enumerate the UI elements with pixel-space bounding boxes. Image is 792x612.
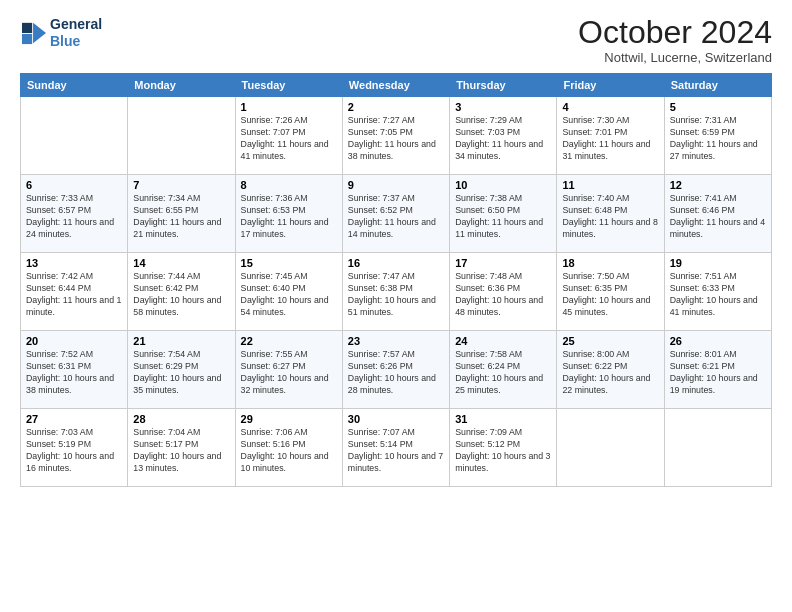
- calendar-cell: 24Sunrise: 7:58 AMSunset: 6:24 PMDayligh…: [450, 331, 557, 409]
- day-info: Sunrise: 7:57 AMSunset: 6:26 PMDaylight:…: [348, 349, 444, 397]
- calendar-cell: 21Sunrise: 7:54 AMSunset: 6:29 PMDayligh…: [128, 331, 235, 409]
- calendar-cell: 20Sunrise: 7:52 AMSunset: 6:31 PMDayligh…: [21, 331, 128, 409]
- day-number: 27: [26, 413, 122, 425]
- logo-icon: [20, 21, 48, 45]
- page: General Blue October 2024 Nottwil, Lucer…: [0, 0, 792, 612]
- svg-marker-2: [33, 23, 46, 43]
- day-number: 2: [348, 101, 444, 113]
- calendar-cell: 25Sunrise: 8:00 AMSunset: 6:22 PMDayligh…: [557, 331, 664, 409]
- day-number: 4: [562, 101, 658, 113]
- col-sunday: Sunday: [21, 74, 128, 97]
- logo-line2: Blue: [50, 33, 102, 50]
- calendar-cell: 28Sunrise: 7:04 AMSunset: 5:17 PMDayligh…: [128, 409, 235, 487]
- day-info: Sunrise: 7:55 AMSunset: 6:27 PMDaylight:…: [241, 349, 337, 397]
- day-info: Sunrise: 7:52 AMSunset: 6:31 PMDaylight:…: [26, 349, 122, 397]
- calendar-cell: 13Sunrise: 7:42 AMSunset: 6:44 PMDayligh…: [21, 253, 128, 331]
- calendar-week-2: 6Sunrise: 7:33 AMSunset: 6:57 PMDaylight…: [21, 175, 772, 253]
- logo: General Blue: [20, 16, 102, 50]
- day-info: Sunrise: 7:29 AMSunset: 7:03 PMDaylight:…: [455, 115, 551, 163]
- calendar-cell: 16Sunrise: 7:47 AMSunset: 6:38 PMDayligh…: [342, 253, 449, 331]
- calendar-cell: 2Sunrise: 7:27 AMSunset: 7:05 PMDaylight…: [342, 97, 449, 175]
- day-number: 23: [348, 335, 444, 347]
- calendar-week-1: 1Sunrise: 7:26 AMSunset: 7:07 PMDaylight…: [21, 97, 772, 175]
- day-number: 25: [562, 335, 658, 347]
- day-number: 8: [241, 179, 337, 191]
- day-number: 6: [26, 179, 122, 191]
- calendar-header-row: Sunday Monday Tuesday Wednesday Thursday…: [21, 74, 772, 97]
- calendar-cell: 9Sunrise: 7:37 AMSunset: 6:52 PMDaylight…: [342, 175, 449, 253]
- day-number: 24: [455, 335, 551, 347]
- day-info: Sunrise: 7:42 AMSunset: 6:44 PMDaylight:…: [26, 271, 122, 319]
- logo-line1: General: [50, 16, 102, 33]
- calendar-cell: [557, 409, 664, 487]
- day-info: Sunrise: 7:27 AMSunset: 7:05 PMDaylight:…: [348, 115, 444, 163]
- col-tuesday: Tuesday: [235, 74, 342, 97]
- calendar-cell: 4Sunrise: 7:30 AMSunset: 7:01 PMDaylight…: [557, 97, 664, 175]
- calendar-cell: 19Sunrise: 7:51 AMSunset: 6:33 PMDayligh…: [664, 253, 771, 331]
- calendar-cell: 7Sunrise: 7:34 AMSunset: 6:55 PMDaylight…: [128, 175, 235, 253]
- calendar-cell: [21, 97, 128, 175]
- day-number: 19: [670, 257, 766, 269]
- month-title: October 2024: [578, 16, 772, 48]
- day-info: Sunrise: 7:54 AMSunset: 6:29 PMDaylight:…: [133, 349, 229, 397]
- day-info: Sunrise: 7:31 AMSunset: 6:59 PMDaylight:…: [670, 115, 766, 163]
- day-info: Sunrise: 7:30 AMSunset: 7:01 PMDaylight:…: [562, 115, 658, 163]
- day-number: 7: [133, 179, 229, 191]
- day-number: 21: [133, 335, 229, 347]
- day-info: Sunrise: 7:07 AMSunset: 5:14 PMDaylight:…: [348, 427, 444, 475]
- calendar-cell: 5Sunrise: 7:31 AMSunset: 6:59 PMDaylight…: [664, 97, 771, 175]
- calendar-cell: 10Sunrise: 7:38 AMSunset: 6:50 PMDayligh…: [450, 175, 557, 253]
- day-number: 30: [348, 413, 444, 425]
- day-number: 22: [241, 335, 337, 347]
- day-number: 9: [348, 179, 444, 191]
- header: General Blue October 2024 Nottwil, Lucer…: [20, 16, 772, 65]
- day-info: Sunrise: 7:48 AMSunset: 6:36 PMDaylight:…: [455, 271, 551, 319]
- day-info: Sunrise: 7:38 AMSunset: 6:50 PMDaylight:…: [455, 193, 551, 241]
- day-number: 5: [670, 101, 766, 113]
- calendar-cell: 17Sunrise: 7:48 AMSunset: 6:36 PMDayligh…: [450, 253, 557, 331]
- calendar: Sunday Monday Tuesday Wednesday Thursday…: [20, 73, 772, 487]
- col-monday: Monday: [128, 74, 235, 97]
- calendar-cell: 22Sunrise: 7:55 AMSunset: 6:27 PMDayligh…: [235, 331, 342, 409]
- day-info: Sunrise: 7:03 AMSunset: 5:19 PMDaylight:…: [26, 427, 122, 475]
- calendar-cell: 27Sunrise: 7:03 AMSunset: 5:19 PMDayligh…: [21, 409, 128, 487]
- svg-rect-0: [22, 23, 32, 33]
- day-info: Sunrise: 7:33 AMSunset: 6:57 PMDaylight:…: [26, 193, 122, 241]
- day-info: Sunrise: 7:36 AMSunset: 6:53 PMDaylight:…: [241, 193, 337, 241]
- calendar-cell: 11Sunrise: 7:40 AMSunset: 6:48 PMDayligh…: [557, 175, 664, 253]
- day-info: Sunrise: 7:50 AMSunset: 6:35 PMDaylight:…: [562, 271, 658, 319]
- calendar-cell: 12Sunrise: 7:41 AMSunset: 6:46 PMDayligh…: [664, 175, 771, 253]
- day-number: 28: [133, 413, 229, 425]
- day-info: Sunrise: 7:40 AMSunset: 6:48 PMDaylight:…: [562, 193, 658, 241]
- col-thursday: Thursday: [450, 74, 557, 97]
- calendar-cell: 1Sunrise: 7:26 AMSunset: 7:07 PMDaylight…: [235, 97, 342, 175]
- day-number: 12: [670, 179, 766, 191]
- col-friday: Friday: [557, 74, 664, 97]
- day-info: Sunrise: 7:41 AMSunset: 6:46 PMDaylight:…: [670, 193, 766, 241]
- calendar-week-4: 20Sunrise: 7:52 AMSunset: 6:31 PMDayligh…: [21, 331, 772, 409]
- calendar-cell: 18Sunrise: 7:50 AMSunset: 6:35 PMDayligh…: [557, 253, 664, 331]
- day-number: 11: [562, 179, 658, 191]
- svg-rect-1: [22, 34, 32, 44]
- day-info: Sunrise: 7:44 AMSunset: 6:42 PMDaylight:…: [133, 271, 229, 319]
- calendar-cell: 30Sunrise: 7:07 AMSunset: 5:14 PMDayligh…: [342, 409, 449, 487]
- calendar-cell: 3Sunrise: 7:29 AMSunset: 7:03 PMDaylight…: [450, 97, 557, 175]
- day-number: 17: [455, 257, 551, 269]
- day-info: Sunrise: 7:04 AMSunset: 5:17 PMDaylight:…: [133, 427, 229, 475]
- day-number: 20: [26, 335, 122, 347]
- calendar-cell: 15Sunrise: 7:45 AMSunset: 6:40 PMDayligh…: [235, 253, 342, 331]
- day-number: 18: [562, 257, 658, 269]
- day-number: 26: [670, 335, 766, 347]
- calendar-week-3: 13Sunrise: 7:42 AMSunset: 6:44 PMDayligh…: [21, 253, 772, 331]
- day-info: Sunrise: 7:34 AMSunset: 6:55 PMDaylight:…: [133, 193, 229, 241]
- calendar-cell: [128, 97, 235, 175]
- calendar-cell: [664, 409, 771, 487]
- col-saturday: Saturday: [664, 74, 771, 97]
- day-info: Sunrise: 7:51 AMSunset: 6:33 PMDaylight:…: [670, 271, 766, 319]
- day-number: 13: [26, 257, 122, 269]
- calendar-cell: 26Sunrise: 8:01 AMSunset: 6:21 PMDayligh…: [664, 331, 771, 409]
- day-info: Sunrise: 7:26 AMSunset: 7:07 PMDaylight:…: [241, 115, 337, 163]
- day-number: 29: [241, 413, 337, 425]
- day-number: 1: [241, 101, 337, 113]
- calendar-cell: 6Sunrise: 7:33 AMSunset: 6:57 PMDaylight…: [21, 175, 128, 253]
